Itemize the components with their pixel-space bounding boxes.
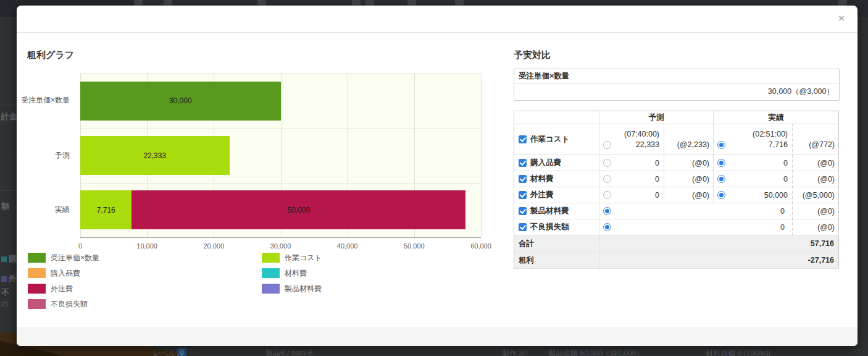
actual-unit-cell: (@0) (793, 203, 839, 219)
row-label: 外注費 (519, 190, 599, 200)
legend-label: 作業コスト (285, 253, 322, 263)
table-row: 材料費0(@0)0(@0) (514, 171, 839, 187)
legend-item: 受注単価×数量 (28, 253, 262, 263)
gridline (481, 74, 482, 237)
summary-label: 粗利 (514, 252, 599, 269)
x-axis-tick: 30,000 (270, 242, 291, 250)
forecast-time: (07:40:00) (599, 130, 664, 138)
bar-value-label: 22,333 (143, 151, 166, 160)
actual-radio[interactable] (717, 191, 725, 199)
row-checkbox[interactable] (519, 159, 527, 167)
merged-radio[interactable] (603, 207, 611, 215)
row-checkbox[interactable] (519, 207, 527, 215)
forecast-unit-cell: (@0) (664, 187, 714, 203)
row-checkbox[interactable] (519, 135, 527, 143)
actual-radio[interactable] (717, 175, 725, 183)
forecast-radio[interactable] (603, 141, 611, 149)
summary-row: 粗利-27,716 (514, 252, 839, 269)
table-row: 作業コスト(07:40:00)22,333(@2,233)(02:51:00)7… (514, 124, 839, 155)
legend-swatch (28, 284, 46, 294)
compare-table-wrap: 予測実績作業コスト(07:40:00)22,333(@2,233)(02:51:… (514, 111, 838, 269)
actual-value-cell: 0 (714, 171, 793, 187)
chart-legend: 受注単価×数量作業コスト購入品費材料費外注費製品材料費不良損失額 (28, 253, 322, 309)
row-label: 作業コスト (519, 134, 599, 145)
actual-unit-cell: (@5,000) (793, 187, 839, 203)
legend-swatch (262, 268, 280, 278)
background-text-fragment: 額 (1, 201, 17, 212)
merged-value: 0 (780, 207, 788, 216)
legend-label: 受注単価×数量 (51, 253, 99, 263)
row-label-text: 不良損失額 (530, 222, 569, 232)
bar-segment: 22,333 (80, 136, 230, 175)
material-label: 材料原価 0 (100/kg) (706, 348, 770, 356)
bar-row: 7,71650,000 (80, 190, 465, 229)
forecast-radio[interactable] (603, 191, 611, 199)
actual-radio[interactable] (717, 141, 725, 149)
legend-label: 材料費 (285, 268, 307, 279)
actual-unit-cell: (@0) (793, 219, 839, 235)
table-row: 製品材料費0(@0) (514, 203, 839, 219)
order-amount-box: 受注単価×数量 30,000（@3,000） (514, 69, 840, 101)
background-swatch (1, 256, 7, 262)
table-header-empty (514, 111, 599, 124)
actual-value: 0 (783, 159, 788, 167)
modal-header: × (17, 6, 858, 33)
forecast-value-cell: 0 (599, 155, 664, 171)
background-text-fragment: 外 (1, 273, 17, 284)
gridline (80, 128, 481, 129)
merged-radio[interactable] (603, 223, 611, 231)
make-label: 製作 30 (502, 348, 527, 356)
x-axis-tick: 0 (78, 242, 82, 250)
row-label-cell: 製品材料費 (514, 203, 599, 219)
forecast-unit-cell: (@2,233) (664, 124, 714, 155)
row-checkbox[interactable] (519, 223, 527, 231)
bar-segment: 7,716 (80, 190, 131, 229)
row-label: 材料費 (519, 174, 599, 184)
forecast-value-cell: (07:40:00)22,333 (599, 124, 664, 155)
product-label: 製品B / item-B (265, 348, 313, 356)
row-label-cell: 外注費 (514, 187, 599, 203)
summary-value: -27,716 (599, 252, 839, 269)
level-label: レベル (153, 348, 176, 356)
bar-segment: 30,000 (80, 82, 281, 121)
background-divider (0, 156, 17, 156)
legend-label: 不良損失額 (51, 299, 88, 310)
background-swatch (1, 276, 7, 282)
bar-segment: 50,000 (131, 190, 465, 229)
category-label: 受注単価×数量 (21, 95, 70, 106)
order-box-value: 30,000（@3,000） (514, 83, 839, 100)
forecast-radio[interactable] (603, 159, 611, 167)
bar-row: 30,000 (80, 82, 281, 121)
row-label-text: 購入品費 (530, 158, 561, 168)
table-header-row: 予測実績 (514, 111, 839, 124)
table-row: 外注費0(@0)50,000(@5,000) (514, 187, 839, 203)
legend-swatch (28, 268, 46, 278)
close-icon[interactable]: × (838, 13, 845, 23)
row-label-text: 製品材料費 (530, 206, 569, 216)
row-checkbox[interactable] (519, 191, 527, 199)
legend-item: 製品材料費 (262, 284, 322, 294)
row-label-cell: 購入品費 (514, 155, 599, 171)
summary-row: 合計57,716 (514, 235, 839, 252)
background-text-fragment: の (1, 299, 17, 308)
legend-item: 作業コスト (262, 253, 322, 263)
x-axis-tick: 50,000 (404, 242, 425, 250)
legend-item: 外注費 (28, 284, 262, 294)
row-label-cell: 材料費 (514, 171, 599, 187)
actual-radio[interactable] (717, 159, 725, 167)
background-text-fragment: 不 (1, 287, 17, 298)
forecast-value: 0 (655, 159, 659, 167)
gridline (80, 183, 481, 184)
background-text-fragment: 計金 (1, 111, 17, 122)
actual-unit-cell: (@772) (793, 124, 839, 155)
merged-value: 0 (780, 223, 788, 232)
legend-item: 材料費 (262, 268, 322, 278)
forecast-radio[interactable] (603, 175, 611, 183)
forecast-value: 0 (655, 175, 659, 184)
bar-row: 22,333 (80, 136, 230, 175)
column-header-forecast: 予測 (599, 111, 714, 124)
legend-swatch (28, 253, 46, 263)
row-checkbox[interactable] (519, 175, 527, 183)
x-axis-tick: 60,000 (470, 242, 491, 250)
background-divider (0, 190, 17, 191)
